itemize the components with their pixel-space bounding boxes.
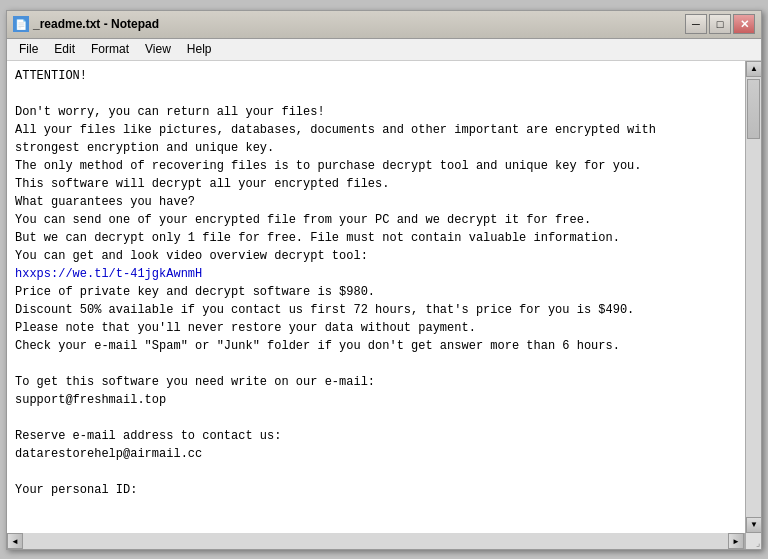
menu-help[interactable]: Help bbox=[179, 40, 220, 58]
notepad-window: 📄 _readme.txt - Notepad ─ □ ✕ File Edit … bbox=[6, 10, 762, 550]
app-icon: 📄 bbox=[13, 16, 29, 32]
scroll-up-button[interactable]: ▲ bbox=[746, 61, 761, 77]
vertical-scrollbar[interactable]: ▲ ▼ bbox=[745, 61, 761, 533]
text-editor[interactable]: ATTENTION! Don't worry, you can return a… bbox=[7, 61, 745, 533]
bottom-bar: ◄ ► ⌟ bbox=[7, 533, 761, 549]
restore-button[interactable]: □ bbox=[709, 14, 731, 34]
window-title: _readme.txt - Notepad bbox=[33, 17, 159, 31]
menu-file[interactable]: File bbox=[11, 40, 46, 58]
scroll-thumb-v[interactable] bbox=[747, 79, 760, 139]
menu-view[interactable]: View bbox=[137, 40, 179, 58]
menu-bar: File Edit Format View Help bbox=[7, 39, 761, 61]
scroll-track-h[interactable] bbox=[23, 533, 728, 549]
close-button[interactable]: ✕ bbox=[733, 14, 755, 34]
scroll-down-button[interactable]: ▼ bbox=[746, 517, 761, 533]
menu-edit[interactable]: Edit bbox=[46, 40, 83, 58]
menu-format[interactable]: Format bbox=[83, 40, 137, 58]
scroll-track-v[interactable] bbox=[746, 77, 761, 517]
title-bar: 📄 _readme.txt - Notepad ─ □ ✕ bbox=[7, 11, 761, 39]
window-controls: ─ □ ✕ bbox=[685, 14, 755, 34]
title-bar-left: 📄 _readme.txt - Notepad bbox=[13, 16, 159, 32]
horizontal-scrollbar[interactable]: ◄ ► bbox=[7, 533, 745, 549]
minimize-button[interactable]: ─ bbox=[685, 14, 707, 34]
scroll-right-button[interactable]: ► bbox=[728, 533, 744, 549]
resize-handle[interactable]: ⌟ bbox=[745, 533, 761, 549]
scroll-left-button[interactable]: ◄ bbox=[7, 533, 23, 549]
content-area: ATTENTION! Don't worry, you can return a… bbox=[7, 61, 761, 533]
